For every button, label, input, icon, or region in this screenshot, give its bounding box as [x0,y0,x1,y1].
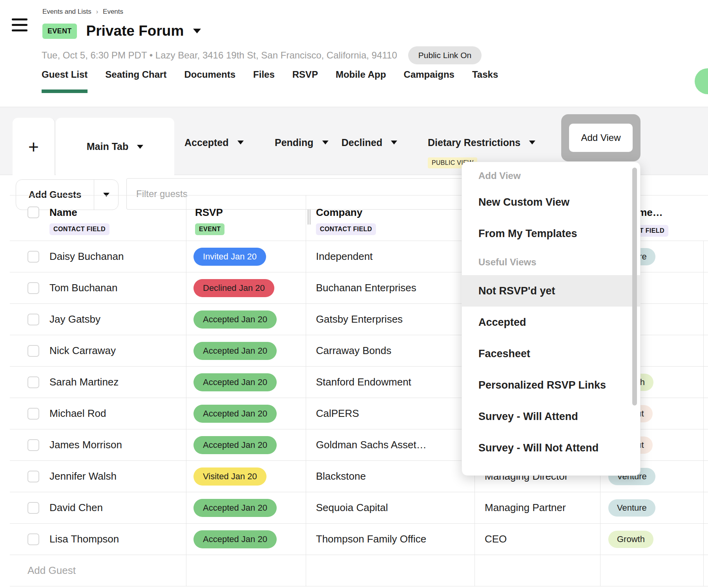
nav-tab-rsvp[interactable]: RSVP [292,68,318,82]
view-tab-label: Main Tab [87,141,128,152]
nav-tab-mobile-app[interactable]: Mobile App [336,68,386,82]
menu-item-accepted[interactable]: Accepted [462,307,640,338]
rsvp-cell: Accepted Jan 20 [186,398,306,429]
rsvp-status-badge[interactable]: Visited Jan 20 [193,467,266,486]
column-header-stack: CompanyCONTACT FIELD [316,206,474,235]
view-tab-declined[interactable]: Declined [341,135,397,150]
rsvp-status-badge[interactable]: Declined Jan 20 [193,279,274,297]
rsvp-status-badge[interactable]: Accepted Jan 20 [193,530,277,548]
add-guest-row[interactable]: Add Guest [10,555,708,586]
nav-tab-guest-list[interactable]: Guest List [42,68,88,82]
column-header-name[interactable]: NameCONTACT FIELD [10,195,186,241]
nav-tab-seating-chart[interactable]: Seating Chart [105,68,166,82]
company-cell: Stanford Endowment [306,367,475,398]
menu-item-survey-will-attend[interactable]: Survey - Will Attend [462,401,640,432]
view-tab-accepted[interactable]: Accepted [184,135,244,150]
add-guest-placeholder[interactable]: Add Guest [10,555,186,586]
company-cell: Sequoia Capital [306,492,475,523]
rsvp-status-badge[interactable]: Accepted Jan 20 [193,499,277,517]
menu-item-new-custom-view[interactable]: New Custom View [462,186,640,218]
view-tab-pending[interactable]: Pending [275,135,328,150]
title-cell: Managing Partner [475,492,600,523]
rsvp-cell: Accepted Jan 20 [186,367,306,398]
event-datetime-location: Tue, Oct 5, 6:30 PM PDT • Lazy Bear, 341… [42,50,397,61]
company-name: Carraway Bonds [316,345,391,357]
menu-icon[interactable] [12,18,27,32]
guest-name-cell: Jay Gatsby [10,304,186,335]
add-view-tab-button[interactable]: + [13,118,55,175]
row-checkbox[interactable] [27,408,39,420]
company-cell: Thompson Family Office [306,524,475,555]
row-checkbox[interactable] [27,502,39,514]
spacer-cell [704,367,708,398]
add-view-button[interactable]: Add View [569,124,633,152]
segment-cell: Growth [600,524,704,555]
breadcrumb-events-and-lists[interactable]: Events and Lists [42,8,91,16]
row-checkbox[interactable] [27,376,39,388]
add-view-dropdown: Add ViewNew Custom ViewFrom My Templates… [462,162,640,476]
company-cell: Gatsby Enterprises [306,304,475,335]
spacer-cell [186,555,306,586]
select-all-checkbox[interactable] [27,206,39,218]
company-name: Goldman Sachs Asset… [316,439,427,451]
spacer-cell [704,524,708,555]
spacer-cell [306,555,475,586]
chevron-down-icon[interactable] [137,145,143,149]
row-checkbox[interactable] [27,471,39,482]
column-drag-handle-icon[interactable] [308,210,312,225]
row-checkbox[interactable] [27,533,39,545]
guest-name-cell: Lisa Thompson [10,524,186,555]
menu-item-2024-summit[interactable]: 2024 Summit [462,464,640,476]
nav-tab-files[interactable]: Files [253,68,275,82]
spacer-cell [704,272,708,303]
title-caret-icon[interactable] [193,29,201,33]
rsvp-status-badge[interactable]: Invited Jan 20 [193,248,266,266]
nav-tab-tasks[interactable]: Tasks [472,68,498,82]
plus-icon: + [28,139,39,155]
chevron-down-icon[interactable] [322,141,328,144]
rsvp-status-badge[interactable]: Accepted Jan 20 [193,436,277,454]
menu-item-personalized-rsvp-links[interactable]: Personalized RSVP Links [462,369,640,401]
chevron-down-icon[interactable] [237,141,244,144]
column-field-badge: CONTACT FIELD [49,223,109,235]
nav-tab-campaigns[interactable]: Campaigns [404,68,454,82]
spacer-cell [704,492,708,523]
menu-item-facesheet[interactable]: Facesheet [462,338,640,369]
segment-tag-badge: Growth [608,531,653,548]
nav-tab-documents[interactable]: Documents [184,68,235,82]
row-checkbox[interactable] [27,439,39,451]
row-checkbox[interactable] [27,314,39,325]
subtitle-row: Tue, Oct 5, 6:30 PM PDT • Lazy Bear, 341… [42,46,482,64]
company-name: CalPERS [316,407,359,420]
rsvp-status-badge[interactable]: Accepted Jan 20 [193,342,277,360]
menu-item-not-rsvp-d-yet[interactable]: Not RSVP'd yet [462,275,640,307]
row-checkbox[interactable] [27,345,39,357]
chevron-down-icon[interactable] [529,141,535,144]
column-header-company[interactable]: CompanyCONTACT FIELD [306,195,475,241]
dropdown-scrollbar[interactable] [632,168,637,405]
view-tab-dietary-restrictions[interactable]: Dietary Restrictions [428,135,535,150]
spacer-cell [704,241,708,272]
company-cell: Buchanan Enterprises [306,272,475,303]
column-header-rsvp[interactable]: RSVPEVENT [186,195,306,241]
dropdown-section-add-view: Add View [462,165,640,186]
view-tab-main-tab[interactable]: Main Tab [56,118,174,175]
menu-item-from-my-templates[interactable]: From My Templates [462,218,640,249]
rsvp-cell: Accepted Jan 20 [186,524,306,555]
company-name: Stanford Endowment [316,376,411,388]
rsvp-status-badge[interactable]: Accepted Jan 20 [193,310,277,329]
menu-item-survey-will-not-attend[interactable]: Survey - Will Not Attend [462,432,640,464]
chevron-down-icon[interactable] [391,141,397,144]
guest-title: Managing Partner [485,502,566,514]
page-title: Private Forum [86,23,184,39]
rsvp-status-badge[interactable]: Accepted Jan 20 [193,405,277,423]
public-link-badge[interactable]: Public Link On [408,46,482,64]
guest-name: Lisa Thompson [49,533,119,545]
guest-name: James Morrison [49,439,122,451]
view-tab-label: Accepted [184,137,229,148]
event-app: Events and Lists › Events EVENT Private … [0,0,708,588]
row-checkbox[interactable] [27,251,39,263]
breadcrumb-events[interactable]: Events [103,8,123,16]
row-checkbox[interactable] [27,282,39,294]
rsvp-status-badge[interactable]: Accepted Jan 20 [193,373,277,391]
